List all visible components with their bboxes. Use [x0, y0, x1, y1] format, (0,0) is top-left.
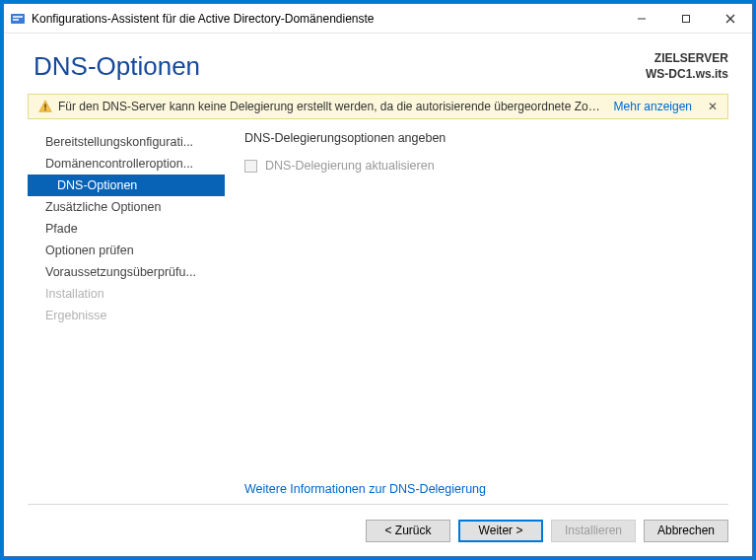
header-area: DNS-Optionen ZIELSERVER WS-DC1.ws.its — [4, 34, 752, 94]
install-button: Installieren — [551, 520, 636, 542]
sidebar-item-installation: Installation — [28, 283, 225, 305]
svg-rect-8 — [44, 105, 45, 108]
sidebar-item-dc-options[interactable]: Domänencontrolleroption... — [28, 153, 225, 175]
content-area: DNS-Delegierungsoptionen angeben DNS-Del… — [225, 127, 728, 504]
wizard-window: Konfigurations-Assistent für die Active … — [3, 3, 753, 557]
close-button[interactable] — [708, 4, 752, 33]
warning-show-more-link[interactable]: Mehr anzeigen — [614, 100, 692, 113]
target-server-name: WS-DC1.ws.its — [646, 67, 728, 83]
next-button[interactable]: Weiter > — [458, 520, 543, 542]
titlebar: Konfigurations-Assistent für die Active … — [4, 4, 752, 34]
svg-rect-9 — [44, 109, 45, 110]
dns-delegation-checkbox-label: DNS-Delegierung aktualisieren — [265, 159, 435, 173]
cancel-button[interactable]: Abbrechen — [644, 520, 728, 542]
dns-delegation-update-row: DNS-Delegierung aktualisieren — [244, 159, 728, 173]
warning-icon — [38, 100, 52, 113]
body-area: Bereitstellungskonfigurati... Domänencon… — [4, 127, 752, 504]
sidebar-item-review-options[interactable]: Optionen prüfen — [28, 240, 225, 261]
sidebar-item-deployment-config[interactable]: Bereitstellungskonfigurati... — [28, 131, 225, 153]
minimize-button[interactable] — [619, 4, 663, 33]
warning-text: Für den DNS-Server kann keine Delegierun… — [58, 100, 602, 113]
maximize-button[interactable] — [663, 4, 708, 33]
sidebar-item-additional-options[interactable]: Zusätzliche Optionen — [28, 196, 225, 218]
app-icon — [10, 11, 26, 27]
target-server-box: ZIELSERVER WS-DC1.ws.its — [646, 51, 728, 82]
sidebar-item-dns-options[interactable]: DNS-Optionen — [28, 175, 225, 196]
sidebar-item-results: Ergebnisse — [28, 305, 225, 326]
back-button[interactable]: < Zurück — [366, 520, 450, 542]
sidebar-item-paths[interactable]: Pfade — [28, 218, 225, 240]
footer: < Zurück Weiter > Installieren Abbrechen — [4, 505, 752, 556]
svg-rect-2 — [13, 19, 19, 21]
sidebar-item-prereq-check[interactable]: Voraussetzungsüberprüfu... — [28, 261, 225, 283]
svg-rect-1 — [13, 16, 23, 18]
warning-bar: Für den DNS-Server kann keine Delegierun… — [28, 94, 728, 119]
target-server-label: ZIELSERVER — [646, 51, 728, 67]
sidebar: Bereitstellungskonfigurati... Domänencon… — [28, 127, 225, 504]
dns-delegation-info-link[interactable]: Weitere Informationen zur DNS-Delegierun… — [244, 482, 486, 496]
window-controls — [619, 4, 752, 33]
warning-close-button[interactable]: ✕ — [704, 98, 722, 115]
page-title: DNS-Optionen — [34, 51, 646, 82]
svg-rect-4 — [682, 15, 689, 22]
window-title: Konfigurations-Assistent für die Active … — [32, 12, 619, 26]
dns-delegation-checkbox[interactable] — [244, 160, 257, 173]
section-heading: DNS-Delegierungsoptionen angeben — [244, 131, 728, 145]
